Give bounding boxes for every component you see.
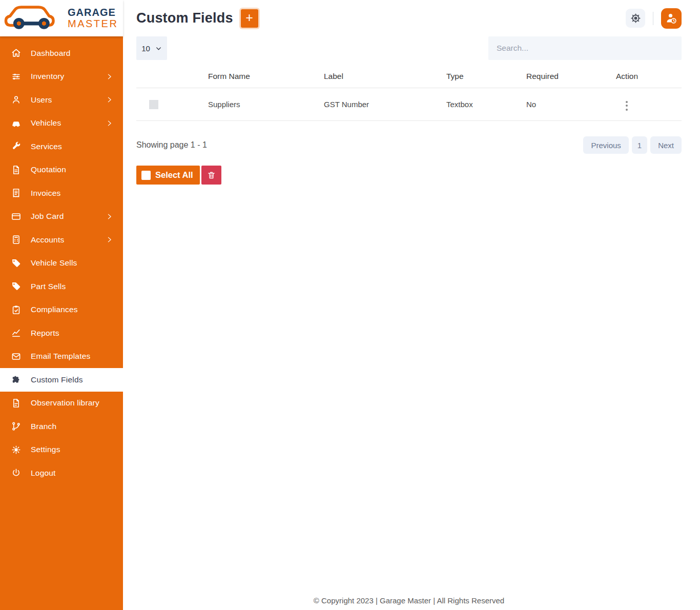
sidebar: GARAGE MASTER Dashboard Inventory Users … [0, 0, 123, 610]
sidebar-item-label: Settings [31, 445, 60, 454]
search-input[interactable] [488, 36, 682, 60]
sidebar-item-label: Observation library [31, 398, 99, 408]
brand-name-top: GARAGE [68, 7, 118, 18]
sidebar-item-part-sells[interactable]: Part Sells [0, 275, 123, 298]
sidebar-item-logout[interactable]: Logout [0, 461, 123, 485]
user-clock-icon [665, 12, 677, 25]
cell-label: GST Number [311, 88, 434, 121]
sidebar-item-label: Reports [31, 329, 59, 338]
sidebar-item-label: Invoices [31, 189, 60, 198]
page-size-select[interactable]: 10 [136, 36, 167, 60]
chevron-right-icon [106, 73, 113, 80]
topbar-actions [626, 8, 682, 29]
cell-type: Textbox [434, 88, 513, 121]
sidebar-item-invoices[interactable]: Invoices [0, 181, 123, 205]
column-header-required: Required [513, 64, 603, 88]
footer: © Copyright 2023 | Garage Master | All R… [136, 588, 682, 610]
topbar-divider [653, 12, 653, 25]
brand-name-bottom: MASTER [68, 18, 118, 30]
brand-logo[interactable]: GARAGE MASTER [0, 0, 123, 36]
sidebar-item-label: Job Card [31, 212, 64, 221]
sidebar-item-users[interactable]: Users [0, 88, 123, 112]
chevron-right-icon [106, 120, 113, 127]
sidebar-item-quotation[interactable]: Quotation [0, 158, 123, 182]
chevron-down-icon [155, 45, 162, 52]
chevron-right-icon [106, 236, 113, 243]
sidebar-item-dashboard[interactable]: Dashboard [0, 42, 123, 65]
pagination-buttons: Previous 1 Next [583, 136, 682, 154]
table-row: Suppliers GST Number Textbox No [136, 88, 682, 121]
sidebar-item-vehicle-sells[interactable]: Vehicle Sells [0, 252, 123, 275]
previous-page-button[interactable]: Previous [583, 136, 628, 154]
page-size-value: 10 [141, 44, 150, 53]
chevron-right-icon [106, 213, 113, 220]
sidebar-item-job-card[interactable]: Job Card [0, 205, 123, 229]
next-page-button[interactable]: Next [650, 136, 682, 154]
car-wrench-logo-icon [3, 3, 64, 34]
column-header-type: Type [434, 64, 513, 88]
column-header-form-name: Form Name [195, 64, 311, 88]
row-actions-kebab-icon[interactable] [623, 98, 630, 113]
trash-icon [207, 171, 216, 179]
sidebar-item-inventory[interactable]: Inventory [0, 65, 123, 89]
sidebar-item-email-templates[interactable]: Email Templates [0, 345, 123, 369]
sidebar-item-vehicles[interactable]: Vehicles [0, 112, 123, 135]
main-content: Custom Fields + 10 [123, 0, 700, 610]
column-header-label: Label [311, 64, 434, 88]
profile-button[interactable] [661, 8, 682, 29]
sidebar-item-custom-fields[interactable]: Custom Fields [0, 368, 123, 392]
sidebar-item-label: Accounts [31, 235, 64, 245]
sidebar-item-label: Branch [31, 422, 56, 431]
sidebar-item-label: Inventory [31, 72, 65, 81]
copyright-text: © Copyright 2023 | Garage Master | All R… [314, 596, 504, 605]
bulk-actions: Select All [136, 166, 682, 185]
gear-icon [630, 13, 641, 24]
sidebar-item-label: Email Templates [31, 352, 90, 361]
sidebar-item-accounts[interactable]: Accounts [0, 228, 123, 252]
sidebar-item-services[interactable]: Services [0, 135, 123, 158]
sidebar-item-label: Vehicle Sells [31, 258, 77, 268]
add-custom-field-button[interactable]: + [241, 9, 258, 28]
sidebar-item-label: Quotation [31, 165, 66, 174]
sidebar-item-compliances[interactable]: Compliances [0, 298, 123, 322]
sidebar-item-branch[interactable]: Branch [0, 415, 123, 438]
sidebar-item-label: Part Sells [31, 282, 66, 291]
settings-button[interactable] [626, 9, 645, 28]
select-all-label: Select All [155, 170, 193, 180]
column-header-checkbox [136, 64, 195, 88]
custom-fields-table: Form Name Label Type Required Action Sup… [136, 64, 682, 121]
cell-required: No [513, 88, 603, 121]
select-all-button[interactable]: Select All [136, 166, 200, 185]
page-number-button[interactable]: 1 [632, 136, 647, 154]
sidebar-item-label: Compliances [31, 305, 78, 314]
column-header-action: Action [603, 64, 682, 88]
sidebar-item-label: Services [31, 142, 62, 151]
table-header-row: Form Name Label Type Required Action [136, 64, 682, 88]
sidebar-item-settings[interactable]: Settings [0, 438, 123, 462]
brand-wordmark: GARAGE MASTER [68, 7, 118, 29]
sidebar-item-reports[interactable]: Reports [0, 321, 123, 345]
sidebar-item-label: Vehicles [31, 118, 61, 128]
table-toolbar: 10 [136, 36, 682, 60]
cell-form-name: Suppliers [195, 88, 311, 121]
page-title: Custom Fields [136, 10, 233, 26]
pagination: Showing page 1 - 1 Previous 1 Next [136, 136, 682, 154]
sidebar-item-label: Logout [31, 469, 56, 478]
row-checkbox[interactable] [149, 100, 158, 109]
delete-selected-button[interactable] [201, 166, 221, 185]
select-all-checkbox[interactable] [141, 171, 151, 180]
chevron-right-icon [106, 96, 113, 103]
sidebar-item-observation-library[interactable]: Observation library [0, 392, 123, 415]
sidebar-item-label: Dashboard [31, 49, 71, 58]
sidebar-item-label: Custom Fields [31, 375, 83, 384]
sidebar-item-label: Users [31, 95, 52, 105]
sidebar-nav: Dashboard Inventory Users Vehicles Servi… [0, 36, 123, 485]
topbar: Custom Fields + [136, 0, 682, 36]
pagination-summary: Showing page 1 - 1 [136, 140, 207, 150]
